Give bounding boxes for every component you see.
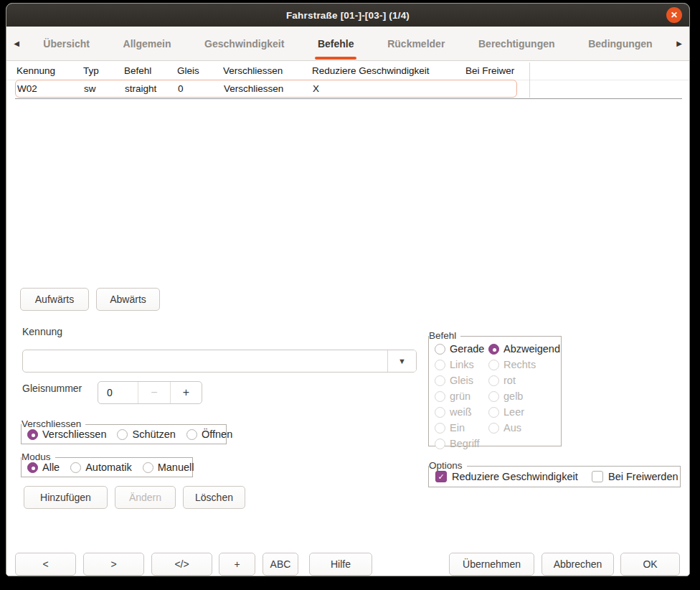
delete-button[interactable]: Löschen xyxy=(183,486,245,509)
column-header-kennung[interactable]: Kennung xyxy=(16,62,55,80)
cell-kennung: W02 xyxy=(17,80,37,97)
radio-icon xyxy=(435,344,445,355)
kennung-input[interactable] xyxy=(23,350,387,372)
chevron-down-icon: ▼ xyxy=(398,357,406,365)
stepper-decrement-button[interactable]: − xyxy=(138,382,169,403)
radio-leer: Leer xyxy=(488,406,560,418)
radio-gleis: Gleis xyxy=(435,375,488,386)
minus-icon: − xyxy=(151,386,157,399)
befehl-group-title: Befehl xyxy=(429,330,460,342)
radio-manuell[interactable]: Manuell xyxy=(143,462,194,473)
change-button[interactable]: Ändern xyxy=(115,486,176,509)
column-header-reduziere-geschwindigkeit[interactable]: Reduziere Geschwindigkeit xyxy=(312,62,430,80)
close-button[interactable]: ✕ xyxy=(666,7,682,23)
tab-allgemein[interactable]: Allgemein xyxy=(106,27,188,60)
checkbox-reduziere-geschwindigkeit[interactable]: ✓ Reduziere Geschwindigkeit xyxy=(435,471,578,482)
checkbox-checked-icon: ✓ xyxy=(435,471,447,482)
radio-icon xyxy=(186,429,197,440)
tab-content-befehle: Kennung Typ Befehl Gleis Verschliessen R… xyxy=(6,61,689,548)
column-header-typ[interactable]: Typ xyxy=(83,62,99,80)
radio-verschliessen[interactable]: Verschliessen xyxy=(27,429,106,440)
radio-gruen: grün xyxy=(435,390,488,402)
radio-icon xyxy=(117,429,128,440)
dialog-action-bar: < > </> + ABC Hilfe Übernehmen Abbrechen… xyxy=(6,548,689,576)
ok-button[interactable]: OK xyxy=(620,553,680,576)
radio-icon xyxy=(435,375,445,386)
kennung-label: Kennung xyxy=(22,326,62,337)
radio-icon xyxy=(488,360,499,370)
radio-icon xyxy=(143,462,153,473)
close-icon: ✕ xyxy=(671,11,678,19)
help-button[interactable]: Hilfe xyxy=(309,553,372,576)
radio-rechts: Rechts xyxy=(488,359,560,370)
cell-gleis: 0 xyxy=(178,80,184,97)
radio-icon xyxy=(488,423,499,434)
stepper-increment-button[interactable]: + xyxy=(170,382,202,403)
column-header-befehl[interactable]: Befehl xyxy=(124,62,151,80)
move-up-button[interactable]: Aufwärts xyxy=(20,288,89,311)
plus-icon: + xyxy=(183,386,189,399)
options-group: Options ✓ Reduziere Geschwindigkeit Bei … xyxy=(428,466,681,487)
table-row-divider xyxy=(15,98,682,99)
cell-verschliessen: Verschliessen xyxy=(224,80,283,97)
kennung-dropdown-button[interactable]: ▼ xyxy=(387,350,416,372)
checkbox-unchecked-icon xyxy=(592,471,603,482)
apply-button[interactable]: Übernehmen xyxy=(449,553,534,576)
radio-icon xyxy=(488,391,499,402)
dialog-window: Fahrstraße [01-]-[03-] (1/4) ✕ ◀ Übersic… xyxy=(6,3,690,576)
cell-typ: sw xyxy=(84,80,96,97)
radio-rot: rot xyxy=(488,375,560,386)
tab-berechtigungen[interactable]: Berechtigungen xyxy=(462,27,572,60)
radio-schuetzen[interactable]: Schützen xyxy=(117,429,175,440)
cancel-button[interactable]: Abbrechen xyxy=(541,553,614,576)
tab-scroll-left-icon[interactable]: ◀ xyxy=(6,39,27,47)
tab-rueckmelder[interactable]: Rückmelder xyxy=(371,27,462,60)
radio-icon xyxy=(435,391,445,402)
window-title: Fahrstraße [01-]-[03-] (1/4) xyxy=(286,10,410,21)
column-header-verschliessen[interactable]: Verschliessen xyxy=(223,62,283,80)
tab-befehle[interactable]: Befehle xyxy=(301,27,371,60)
plus-button[interactable]: + xyxy=(219,553,255,576)
prev-button[interactable]: < xyxy=(15,553,76,576)
abc-button[interactable]: ABC xyxy=(262,553,298,576)
table-row-selected[interactable]: W02 sw straight 0 Verschliessen X xyxy=(15,80,517,98)
code-button[interactable]: </> xyxy=(151,553,212,576)
move-down-button[interactable]: Abwärts xyxy=(96,288,160,311)
radio-links: Links xyxy=(435,359,488,370)
kennung-combobox[interactable]: ▼ xyxy=(22,350,417,373)
radio-icon xyxy=(488,375,499,386)
tab-list: Übersicht Allgemein Geschwindigkeit Befe… xyxy=(27,27,669,60)
gleisnummer-stepper: 0 − + xyxy=(98,381,202,404)
column-header-gleis[interactable]: Gleis xyxy=(177,62,199,80)
radio-gerade[interactable]: Gerade xyxy=(435,343,488,355)
checkbox-bei-freiwerden[interactable]: Bei Freiwerden xyxy=(592,471,678,482)
gleisnummer-value[interactable]: 0 xyxy=(98,382,138,403)
tab-scroll-right-icon[interactable]: ▶ xyxy=(669,39,689,47)
radio-aus: Aus xyxy=(488,422,560,434)
radio-icon xyxy=(435,423,445,434)
column-header-bei-freiwerden[interactable]: Bei Freiwer xyxy=(465,62,514,80)
radio-abzweigend[interactable]: Abzweigend xyxy=(488,343,560,355)
befehl-group: Befehl Gerade Abzweigend Links Rechts xyxy=(428,336,562,446)
radio-automatik[interactable]: Automatik xyxy=(70,462,131,473)
add-button[interactable]: Hinzufügen xyxy=(24,486,108,509)
next-button[interactable]: > xyxy=(83,553,144,576)
tab-geschwindigkeit[interactable]: Geschwindigkeit xyxy=(188,27,301,60)
radio-begriff: Begriff xyxy=(435,438,488,449)
titlebar[interactable]: Fahrstraße [01-]-[03-] (1/4) ✕ xyxy=(6,4,689,27)
radio-icon xyxy=(435,407,445,418)
radio-oeffnen[interactable]: Öffnen xyxy=(186,429,232,440)
cell-reduziere-geschwindigkeit: X xyxy=(313,80,319,97)
radio-selected-icon xyxy=(27,429,38,440)
verschliessen-group: Verschliessen Verschliessen Schützen Öff… xyxy=(21,424,227,444)
tab-uebersicht[interactable]: Übersicht xyxy=(27,27,106,60)
tab-bedingungen[interactable]: Bedingungen xyxy=(572,27,669,60)
cell-befehl: straight xyxy=(125,80,156,97)
options-group-title: Options xyxy=(429,460,467,472)
radio-weiss: weiß xyxy=(435,406,488,418)
gleisnummer-label: Gleisnummer xyxy=(22,383,82,394)
radio-alle[interactable]: Alle xyxy=(27,462,60,473)
radio-icon xyxy=(435,360,445,370)
column-separator xyxy=(529,62,530,98)
tab-bar: ◀ Übersicht Allgemein Geschwindigkeit Be… xyxy=(6,27,689,61)
